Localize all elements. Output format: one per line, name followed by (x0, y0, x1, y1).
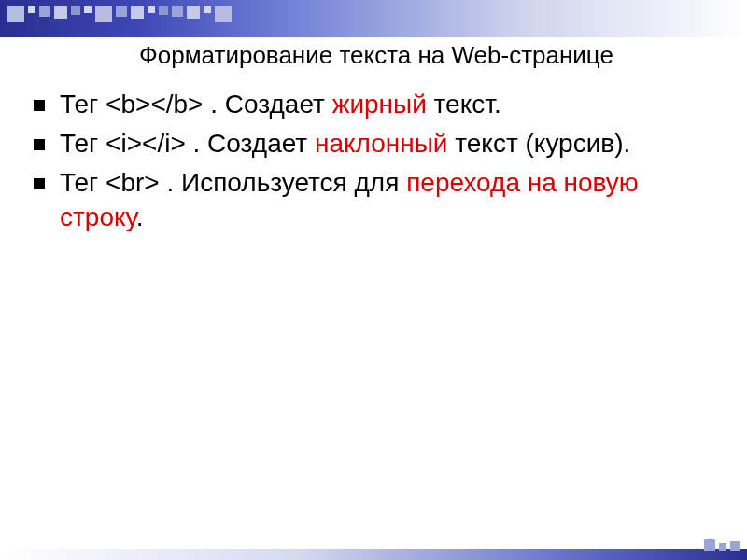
bullet-middle: . Создает (186, 129, 315, 158)
bullet-tag: <i></i> (106, 129, 186, 158)
slide-content: Форматирование текста на Web-странице Те… (34, 41, 719, 239)
bullet-highlight: жирный (332, 90, 427, 119)
decor-squares-bottom (702, 538, 741, 556)
decor-bottom-gradient (0, 549, 747, 560)
list-item: Тег <i></i> . Создает наклонный текст (к… (34, 126, 719, 161)
bullet-prefix: Тег (60, 168, 106, 197)
bullet-prefix: Тег (60, 90, 106, 119)
decor-top-gradient (0, 0, 747, 37)
list-item: Тег <br> . Используется для перехода на … (34, 165, 719, 236)
bullet-prefix: Тег (60, 129, 106, 158)
bullet-list: Тег <b></b> . Создает жирный текст. Тег … (34, 87, 719, 235)
bullet-middle: . Создает (203, 90, 331, 119)
bullet-suffix: . (136, 203, 144, 231)
bullet-middle: . Используется для (160, 168, 406, 197)
bullet-highlight: наклонный (315, 129, 448, 158)
slide-title: Форматирование текста на Web-странице (34, 41, 719, 70)
bullet-tag: <br> (106, 168, 160, 197)
bullet-suffix: текст. (427, 90, 501, 119)
bullet-tag: <b></b> (106, 90, 203, 119)
decor-squares-top (6, 4, 233, 24)
list-item: Тег <b></b> . Создает жирный текст. (34, 87, 719, 122)
bullet-suffix: текст (курсив). (447, 129, 630, 158)
